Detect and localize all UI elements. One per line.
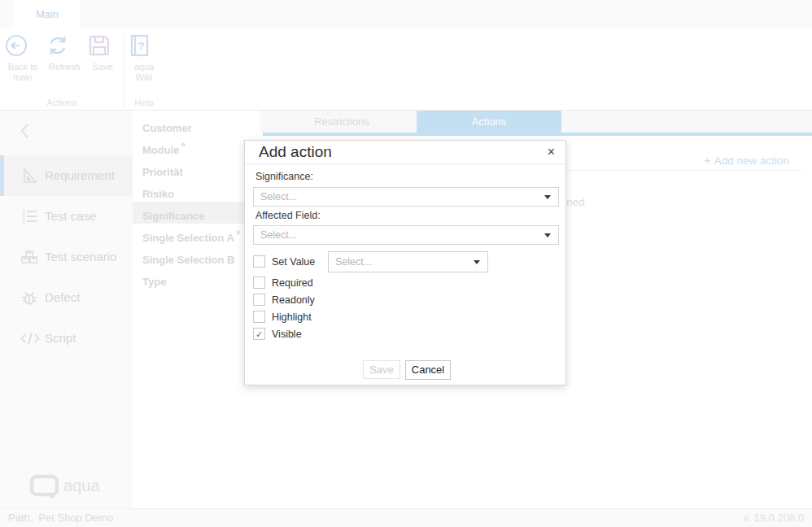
blocks-icon [20,247,39,267]
svg-text:?: ? [138,40,145,52]
refresh-label: Refresh [49,62,81,72]
ribbon-group-help-label: Help [124,98,164,107]
save-button-ribbon[interactable]: Save [86,33,119,72]
required-mark: * [236,228,240,241]
tab-active-underline [263,133,812,136]
sidebar-item-requirement[interactable]: Requirement [0,155,133,196]
sidebar-item-label: Requirement [45,155,115,196]
save-button[interactable]: Save [363,360,400,379]
back-to-main-label: Back to main [8,62,38,82]
sidebar-item-test-case[interactable]: 1 2 3 Test case [0,196,133,237]
field-item-customer[interactable]: Customer [133,114,260,136]
field-item-single-selection-b[interactable]: Single Selection B [133,246,260,268]
refresh-icon [45,33,84,59]
required-mark: * [181,140,186,153]
back-arrow-icon [3,33,42,59]
add-action-dialog: Add action × Significance: Select... Aff… [244,140,566,385]
chevron-down-icon [474,260,480,264]
sidebar-item-label: Defect [45,277,80,318]
affected-field-label: Affected Field: [255,210,321,221]
set-value-dropdown[interactable]: Select... [328,251,488,272]
field-item-type[interactable]: Type [133,268,260,290]
ribbon-group-actions-label: Actions [0,98,124,107]
sidebar-item-label: Test scenario [45,237,116,277]
field-item-significance[interactable]: Significance [133,202,260,224]
sidebar: Requirement 1 2 3 Test case Te [0,111,133,508]
required-checkbox[interactable] [253,277,265,289]
svg-text:3: 3 [22,219,25,224]
aqua-wiki-button[interactable]: ? aqua Wiki [126,33,162,83]
visible-checkbox[interactable]: ✓ [253,328,265,340]
cancel-button[interactable]: Cancel [405,360,451,380]
readonly-label: Readonly [272,294,315,307]
sidebar-item-defect[interactable]: Defect [0,277,133,318]
app-window: Main Back to main Refresh [0,0,812,527]
required-label: Required [272,277,313,290]
ribbon-tab-strip: Main [0,0,812,28]
ribbon-tab-main[interactable]: Main [15,0,80,28]
set-value-checkbox[interactable] [253,255,265,268]
chevron-down-icon [544,233,551,237]
code-icon [20,329,41,348]
significance-label: Significance: [255,171,313,182]
sidebar-item-label: Test case [45,196,96,237]
chevron-down-icon [544,195,551,199]
sidebar-item-test-scenario[interactable]: Test scenario [0,237,133,277]
field-item-module[interactable]: Module* [133,136,260,158]
path-value: Pet Shop Demo [38,512,113,524]
bug-icon [20,288,39,307]
readonly-checkbox[interactable] [253,294,265,306]
back-to-main-button[interactable]: Back to main [3,33,42,83]
close-icon[interactable]: × [548,144,555,160]
field-item-risiko[interactable]: Risiko [133,180,260,202]
dialog-header: Add action × [245,141,565,164]
wiki-help-book-icon: ? [126,33,162,59]
requirement-triangle-icon [20,166,39,185]
sidebar-item-script[interactable]: Script [0,318,133,359]
aqua-logo-text: aqua [63,477,100,495]
numbered-list-icon: 1 2 3 [20,207,39,226]
affected-field-dropdown[interactable]: Select... [253,225,559,245]
visible-label: Visible [272,328,302,341]
significance-dropdown-value: Select... [260,188,297,207]
tab-actions[interactable]: Actions [417,111,561,133]
path-label: Path: [8,512,33,524]
significance-dropdown[interactable]: Select... [253,187,559,207]
set-value-dropdown-value: Select... [335,252,372,272]
add-new-action-label: Add new action [714,155,789,167]
aqua-logo-icon [29,474,60,499]
plus-icon: + [704,153,711,167]
aqua-wiki-label: aqua Wiki [134,62,154,82]
tab-restrictions[interactable]: Restrictions [268,111,415,133]
status-path: Path:Pet Shop Demo [8,509,113,527]
sidebar-item-label: Script [45,318,76,359]
tab-bar: Restrictions Actions [260,111,812,133]
dialog-title: Add action [259,143,332,161]
status-bar: Path:Pet Shop Demo v. 19.0.208.0 [0,508,812,527]
field-list: Customer Module* Priorität Risiko Signif… [133,111,260,508]
highlight-checkbox[interactable] [253,311,265,323]
field-item-single-selection-a[interactable]: Single Selection A* [133,224,260,246]
status-version: v. 19.0.208.0 [744,509,804,527]
sidebar-collapse-chevron-icon[interactable] [16,120,34,142]
refresh-button[interactable]: Refresh [45,33,84,72]
ribbon-toolbar: Back to main Refresh Save [0,28,812,111]
highlight-label: Highlight [272,311,312,324]
save-label: Save [92,62,112,72]
set-value-label: Set Value [272,255,315,268]
field-item-prioritaet[interactable]: Priorität [133,158,260,180]
affected-field-dropdown-value: Select... [260,226,297,245]
add-new-action-link[interactable]: +Add new action [704,153,789,167]
save-floppy-icon [86,33,119,59]
